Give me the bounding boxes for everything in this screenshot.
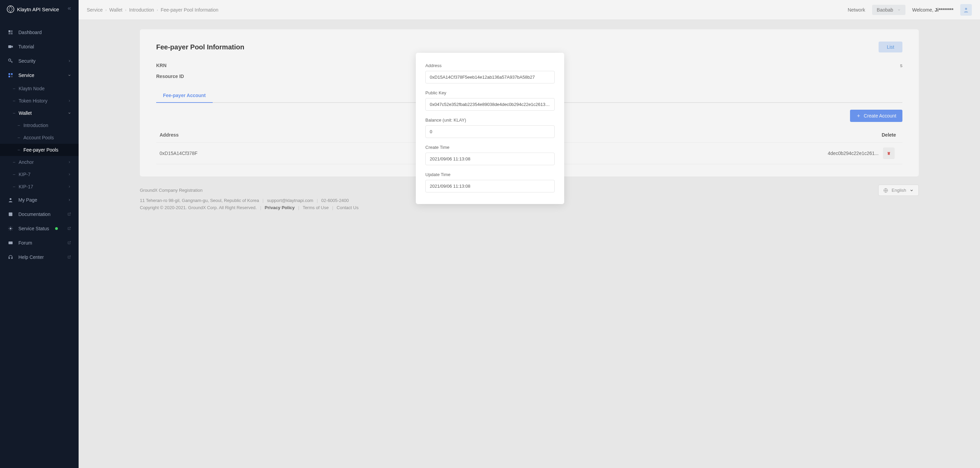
svg-point-15 — [965, 8, 967, 10]
sidebar-item-kip17[interactable]: –KIP-17 — [0, 180, 79, 193]
modal-address-value: 0xD15A14Cf378F5eeb14e12ab136a57A937bA58b… — [425, 71, 555, 83]
krn-label: KRN — [156, 63, 197, 68]
trash-icon — [887, 151, 891, 155]
chevron-down-icon — [68, 110, 71, 116]
breadcrumb: Service › Wallet › Introduction › Fee-pa… — [87, 7, 218, 13]
resource-id-label: Resource ID — [156, 73, 197, 79]
sidebar-item-help-center[interactable]: Help Center — [0, 250, 79, 264]
sidebar-item-account-pools[interactable]: –Account Pools — [0, 131, 79, 144]
headphones-icon — [8, 254, 14, 260]
sidebar-item-kip7[interactable]: –KIP-7 — [0, 168, 79, 180]
sidebar-item-forum[interactable]: Forum — [0, 236, 79, 250]
external-link-icon — [67, 240, 71, 246]
svg-rect-2 — [11, 30, 13, 32]
external-link-icon — [67, 226, 71, 231]
svg-point-6 — [8, 59, 11, 61]
sidebar-collapse-button[interactable] — [67, 6, 72, 12]
svg-rect-12 — [9, 212, 13, 216]
sidebar-item-label: Klaytn Node — [19, 86, 45, 91]
sidebar-item-tutorial[interactable]: Tutorial — [0, 40, 79, 54]
svg-rect-14 — [8, 241, 13, 244]
sidebar-item-label: Dashboard — [18, 30, 42, 35]
network-select[interactable]: Baobab — [872, 5, 905, 15]
svg-rect-1 — [8, 30, 10, 32]
network-value: Baobab — [877, 7, 893, 13]
chevron-down-icon — [897, 8, 901, 11]
sidebar-item-label: Introduction — [24, 123, 48, 128]
breadcrumb-item[interactable]: Introduction — [129, 7, 154, 13]
sidebar-item-label: Help Center — [18, 254, 44, 260]
delete-button[interactable] — [883, 147, 894, 159]
breadcrumb-item[interactable]: Fee-payer Pool Information — [161, 7, 218, 13]
sidebar-item-anchor[interactable]: –Anchor — [0, 156, 79, 168]
footer-privacy-link[interactable]: Privacy Policy — [265, 205, 295, 210]
chevron-right-icon — [68, 197, 71, 203]
sidebar-item-label: KIP-7 — [19, 172, 30, 177]
dash-icon: – — [13, 172, 15, 177]
modal-balance-value: 0 — [425, 125, 555, 138]
mail-icon — [8, 240, 14, 246]
sidebar-item-label: Wallet — [19, 110, 32, 116]
language-value: English — [891, 188, 906, 193]
account-detail-modal: Address 0xD15A14Cf378F5eeb14e12ab136a57A… — [416, 53, 564, 204]
sidebar-item-feepayer-pools[interactable]: –Fee-payer Pools — [0, 144, 79, 156]
plus-icon — [856, 113, 861, 118]
chevron-right-icon — [68, 58, 71, 64]
sidebar-item-token-history[interactable]: –Token History — [0, 95, 79, 107]
chevron-down-icon — [910, 188, 914, 192]
sidebar-item-security[interactable]: Security — [0, 54, 79, 68]
user-icon — [8, 197, 14, 203]
user-icon — [963, 7, 969, 13]
breadcrumb-item[interactable]: Service — [87, 7, 103, 13]
breadcrumb-item[interactable]: Wallet — [109, 7, 122, 13]
footer-terms-link[interactable]: Terms of Use — [302, 205, 329, 210]
page-title: Fee-payer Pool Information — [156, 43, 244, 51]
footer-email[interactable]: support@klaytnapi.com — [267, 198, 313, 203]
avatar-button[interactable] — [960, 4, 972, 16]
footer-contact-link[interactable]: Contact Us — [337, 205, 358, 210]
sidebar-item-label: Anchor — [19, 160, 34, 165]
chevron-right-icon: › — [125, 8, 127, 12]
sidebar-item-label: Service Status — [18, 226, 49, 231]
svg-rect-16 — [888, 153, 890, 155]
svg-rect-10 — [11, 76, 13, 77]
modal-pubkey-label: Public Key — [425, 90, 555, 95]
network-label: Network — [848, 7, 865, 13]
sidebar-item-wallet[interactable]: –Wallet — [0, 107, 79, 119]
dash-icon: – — [18, 135, 20, 140]
sidebar-item-label: Token History — [19, 98, 48, 104]
table-header-address: Address — [159, 132, 441, 137]
svg-point-11 — [10, 198, 11, 200]
sidebar-item-klaytn-node[interactable]: –Klaytn Node — [0, 82, 79, 95]
modal-create-time-label: Create Time — [425, 145, 555, 150]
modal-balance-label: Balance (unit: KLAY) — [425, 118, 555, 123]
dashboard-icon — [8, 29, 14, 35]
chevron-right-icon — [68, 98, 71, 104]
sidebar-item-documentation[interactable]: Documentation — [0, 207, 79, 221]
dash-icon: – — [18, 147, 20, 152]
external-link-icon — [67, 254, 71, 260]
svg-rect-7 — [8, 73, 10, 75]
dash-icon: – — [13, 99, 15, 103]
dash-icon: – — [13, 160, 15, 165]
sidebar: Klaytn API Service Dashboard Tutorial Se… — [0, 0, 79, 468]
status-indicator — [55, 227, 58, 230]
create-account-button[interactable]: Create Account — [850, 110, 902, 122]
logo-text: Klaytn API Service — [17, 6, 59, 12]
sun-icon — [8, 225, 14, 232]
dash-icon: – — [13, 86, 15, 91]
sidebar-item-my-page[interactable]: My Page — [0, 193, 79, 207]
sidebar-item-service[interactable]: Service — [0, 68, 79, 82]
sidebar-item-label: KIP-17 — [19, 184, 33, 189]
svg-point-13 — [10, 228, 11, 229]
language-select[interactable]: English — [878, 185, 919, 196]
sidebar-item-wallet-introduction[interactable]: –Introduction — [0, 119, 79, 131]
chevron-down-icon — [68, 73, 71, 78]
sidebar-item-service-status[interactable]: Service Status — [0, 221, 79, 236]
tab-feepayer-account[interactable]: Fee-payer Account — [156, 89, 213, 103]
footer-copyright: Copyright © 2020-2021. GroundX Corp. All… — [140, 205, 256, 210]
list-button[interactable]: List — [878, 42, 902, 53]
footer-address: 11 Teheran-ro 98-gil, Gangnam-gu, Seoul,… — [140, 198, 259, 203]
sidebar-item-label: My Page — [18, 197, 37, 203]
sidebar-item-dashboard[interactable]: Dashboard — [0, 25, 79, 40]
